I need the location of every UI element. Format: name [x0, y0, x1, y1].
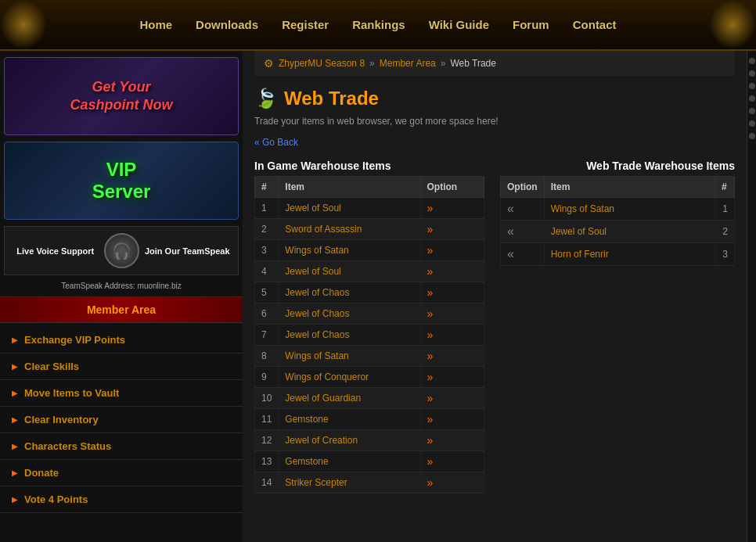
menu-arrow: ▶: [12, 468, 18, 477]
ingame-table-title: In Game Warehouse Items: [254, 160, 484, 172]
row-num: 7: [255, 325, 279, 346]
webtrade-option[interactable]: «: [501, 198, 545, 221]
option-button[interactable]: »: [420, 261, 484, 282]
go-back-link[interactable]: « Go Back: [254, 137, 298, 148]
menu-label: Exchange VIP Points: [24, 334, 125, 346]
table-row: 12 Jewel of Creation »: [255, 430, 484, 451]
ingame-col-num: #: [255, 177, 279, 198]
table-row: « Wings of Satan 1: [501, 198, 735, 221]
webtrade-table-section: Web Trade Warehouse Items Option Item # …: [500, 160, 735, 494]
item-name: Jewel of Creation: [279, 430, 420, 451]
option-button[interactable]: »: [420, 451, 484, 472]
item-name: Jewel of Chaos: [279, 303, 420, 325]
page-title-icon: 🍃: [254, 88, 278, 109]
row-num: 4: [255, 261, 279, 282]
row-num: 10: [255, 388, 279, 409]
row-num: 11: [255, 409, 279, 430]
webtrade-option[interactable]: «: [501, 221, 545, 243]
scroll-dot: [749, 58, 755, 64]
cashpoint-banner[interactable]: Get Your Cashpoint Now: [4, 57, 239, 135]
option-button[interactable]: »: [420, 367, 484, 388]
breadcrumb: ⚙ ZhyperMU Season 8 » Member Area » Web …: [254, 51, 735, 76]
option-button[interactable]: »: [420, 430, 484, 451]
row-num: 3: [715, 243, 735, 266]
table-row: 3 Wings of Satan »: [255, 240, 484, 261]
sidebar-item-vote-4-points[interactable]: ▶Vote 4 Points: [0, 486, 243, 513]
menu-arrow: ▶: [12, 336, 18, 344]
menu-arrow: ▶: [12, 495, 18, 504]
vip-banner[interactable]: VIP Server: [4, 142, 239, 220]
table-row: 10 Jewel of Guardian »: [255, 388, 484, 409]
scrollbar[interactable]: [747, 51, 756, 542]
option-button[interactable]: »: [420, 409, 484, 430]
option-button[interactable]: »: [420, 388, 484, 409]
nav-item-wiki-guide[interactable]: Wiki Guide: [429, 18, 489, 31]
menu-arrow: ▶: [12, 362, 18, 371]
nav-item-forum[interactable]: Forum: [513, 18, 549, 31]
scroll-dot: [749, 133, 755, 139]
option-button[interactable]: »: [420, 240, 484, 261]
option-button[interactable]: »: [420, 198, 484, 219]
webtrade-option[interactable]: «: [501, 243, 545, 266]
breadcrumb-site[interactable]: ZhyperMU Season 8: [279, 58, 365, 69]
ts-address: TeamSpeak Address: muonline.biz: [0, 279, 243, 293]
ts-left-text: Live Voice Support: [11, 246, 100, 256]
main-content: ⚙ ZhyperMU Season 8 » Member Area » Web …: [243, 51, 747, 542]
row-num: 6: [255, 303, 279, 325]
table-row: 8 Wings of Satan »: [255, 346, 484, 367]
table-row: 2 Sword of Assassin »: [255, 219, 484, 240]
table-row: 1 Jewel of Soul »: [255, 198, 484, 219]
page-subtitle: Trade your items in web browser, we got …: [254, 116, 735, 127]
nav-item-downloads[interactable]: Downloads: [196, 18, 258, 31]
option-button[interactable]: »: [420, 472, 484, 494]
item-name: Wings of Satan: [279, 346, 420, 367]
table-row: « Jewel of Soul 2: [501, 221, 735, 243]
item-name: Jewel of Soul: [544, 221, 715, 243]
item-name: Sword of Assassin: [279, 219, 420, 240]
sidebar-item-donate[interactable]: ▶Donate: [0, 460, 243, 486]
row-num: 9: [255, 367, 279, 388]
webtrade-col-num: #: [715, 177, 735, 198]
nav-item-register[interactable]: Register: [282, 18, 329, 31]
breadcrumb-icon: ⚙: [264, 57, 274, 70]
webtrade-col-option: Option: [501, 177, 545, 198]
table-row: « Horn of Fenrir 3: [501, 243, 735, 266]
header: HomeDownloadsRegisterRankingsWiki GuideF…: [0, 0, 756, 51]
option-button[interactable]: »: [420, 282, 484, 303]
option-button[interactable]: »: [420, 219, 484, 240]
row-num: 8: [255, 346, 279, 367]
sidebar-item-characters-status[interactable]: ▶Characters Status: [0, 433, 243, 460]
page-title: 🍃 Web Trade: [254, 88, 735, 109]
row-num: 1: [255, 198, 279, 219]
table-row: 6 Jewel of Chaos »: [255, 303, 484, 325]
vip-text: VIP Server: [92, 159, 151, 203]
nav-item-home[interactable]: Home: [139, 18, 172, 31]
nav-item-contact[interactable]: Contact: [573, 18, 617, 31]
item-name: Jewel of Chaos: [279, 325, 420, 346]
row-num: 2: [715, 221, 735, 243]
member-area-title: Member Area: [0, 296, 243, 323]
item-name: Jewel of Soul: [279, 261, 420, 282]
nav-item-rankings[interactable]: Rankings: [352, 18, 405, 31]
option-button[interactable]: »: [420, 346, 484, 367]
sidebar-menu: ▶Exchange VIP Points▶Clear Skills▶Move I…: [0, 323, 243, 517]
option-button[interactable]: »: [420, 325, 484, 346]
ingame-table-section: In Game Warehouse Items # Item Option 1 …: [254, 160, 484, 494]
item-name: Striker Scepter: [279, 472, 420, 494]
menu-label: Move Items to Vault: [24, 387, 119, 399]
item-name: Jewel of Chaos: [279, 282, 420, 303]
scroll-dot: [749, 83, 755, 89]
item-name: Wings of Conqueror: [279, 367, 420, 388]
webtrade-table-title: Web Trade Warehouse Items: [500, 160, 735, 172]
row-num: 3: [255, 240, 279, 261]
item-name: Gemstone: [279, 451, 420, 472]
sidebar-item-clear-skills[interactable]: ▶Clear Skills: [0, 354, 243, 380]
table-row: 9 Wings of Conqueror »: [255, 367, 484, 388]
breadcrumb-section[interactable]: Member Area: [380, 58, 436, 69]
sidebar-item-move-items-to-vault[interactable]: ▶Move Items to Vault: [0, 380, 243, 407]
teamspeak-icon: 🎧: [104, 233, 139, 268]
table-row: 13 Gemstone »: [255, 451, 484, 472]
sidebar-item-exchange-vip-points[interactable]: ▶Exchange VIP Points: [0, 327, 243, 354]
sidebar-item-clear-inventory[interactable]: ▶Clear Inventory: [0, 407, 243, 433]
option-button[interactable]: »: [420, 303, 484, 325]
